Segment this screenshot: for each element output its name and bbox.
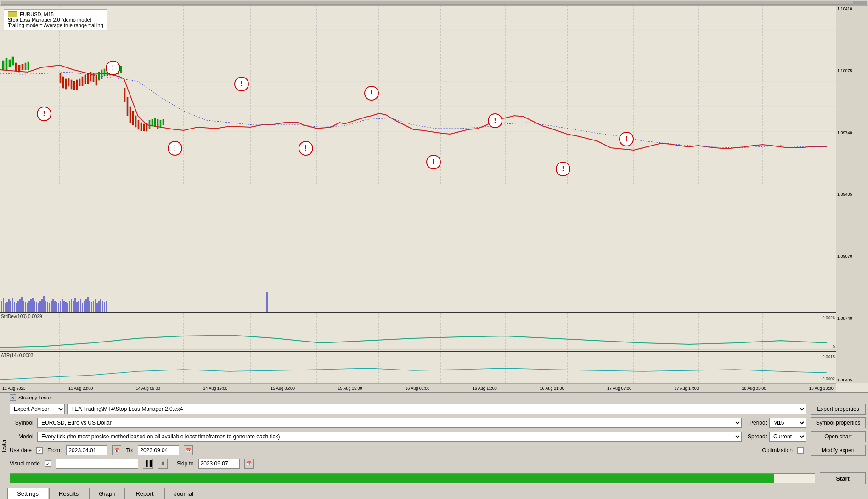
time-label-5: 15 Aug 15:00 bbox=[338, 386, 362, 391]
date-row: Use date ✓ From: 📅 To: 📅 Optimization Mo… bbox=[7, 443, 868, 457]
alert-circle-4: ! bbox=[234, 77, 249, 91]
model-label: Model: bbox=[10, 433, 35, 440]
chart-legend: EURUSD, M15 Stop Loss Manager 2.0 (demo … bbox=[4, 9, 107, 30]
svg-rect-90 bbox=[43, 296, 45, 312]
time-label-1: 11 Aug 23:00 bbox=[68, 386, 93, 391]
svg-rect-122 bbox=[102, 301, 103, 312]
expert-advisor-row: Expert Advisor FEA Trading\MT4\Stop Loss… bbox=[7, 402, 868, 416]
expert-file-select[interactable]: FEA Trading\MT4\Stop Loss Manager 2.0.ex… bbox=[67, 404, 806, 414]
svg-rect-111 bbox=[82, 303, 83, 312]
from-date-button[interactable]: 📅 bbox=[112, 445, 121, 455]
svg-rect-57 bbox=[141, 123, 142, 131]
spread-select[interactable]: Current bbox=[769, 432, 806, 442]
time-label-8: 16 Aug 21:00 bbox=[540, 386, 564, 391]
svg-rect-108 bbox=[76, 302, 78, 312]
svg-rect-89 bbox=[41, 299, 43, 312]
time-label-11: 18 Aug 03:00 bbox=[742, 386, 766, 391]
svg-rect-19 bbox=[2, 61, 4, 70]
tab-graph[interactable]: Graph bbox=[89, 488, 125, 499]
svg-rect-105 bbox=[71, 299, 72, 312]
visual-mode-row: Visual mode ✓ ▐▐ ⏸ Skip to 📅 bbox=[7, 457, 868, 470]
svg-rect-117 bbox=[93, 301, 94, 312]
visual-mode-checkbox[interactable]: ✓ bbox=[45, 460, 51, 467]
progress-bar-fill bbox=[10, 474, 774, 483]
from-input[interactable] bbox=[66, 445, 107, 455]
svg-rect-88 bbox=[39, 301, 41, 312]
svg-rect-121 bbox=[100, 299, 101, 312]
svg-rect-53 bbox=[130, 107, 131, 123]
time-label-7: 16 Aug 11:00 bbox=[473, 386, 497, 391]
main-chart-svg bbox=[0, 6, 836, 185]
svg-rect-73 bbox=[12, 298, 13, 312]
svg-rect-93 bbox=[49, 303, 50, 312]
progress-row: Start bbox=[7, 470, 868, 487]
expert-properties-button[interactable]: Expert properties bbox=[811, 404, 866, 415]
price-3: 1.09740 bbox=[837, 130, 867, 135]
svg-rect-64 bbox=[160, 120, 161, 127]
tab-settings[interactable]: Settings bbox=[7, 488, 48, 499]
svg-rect-124 bbox=[106, 301, 107, 312]
price-7: 1.08405 bbox=[837, 378, 867, 382]
svg-rect-69 bbox=[5, 303, 6, 312]
optimization-label: Optimization bbox=[762, 447, 793, 454]
alert-circle-1: ! bbox=[37, 107, 51, 121]
svg-rect-68 bbox=[3, 298, 4, 312]
svg-rect-21 bbox=[9, 60, 11, 67]
model-row: Model: Every tick (the most precise meth… bbox=[7, 430, 868, 443]
price-5: 1.09070 bbox=[837, 254, 867, 258]
start-button[interactable]: Start bbox=[820, 472, 866, 484]
stddev-area: StdDev(100) 0.0029 bbox=[0, 312, 836, 351]
svg-rect-23 bbox=[15, 63, 17, 71]
chart-scrollbar[interactable] bbox=[0, 0, 868, 6]
skip-to-date-button[interactable]: 📅 bbox=[244, 459, 254, 469]
price-1: 1.10410 bbox=[837, 6, 867, 11]
svg-rect-116 bbox=[91, 302, 92, 312]
svg-rect-66 bbox=[0, 289, 836, 312]
svg-rect-34 bbox=[76, 80, 78, 90]
svg-rect-107 bbox=[74, 298, 76, 312]
svg-rect-40 bbox=[93, 73, 94, 82]
period-select[interactable]: M15 bbox=[769, 418, 806, 428]
volume-area bbox=[0, 289, 836, 312]
visual-pause-indicator[interactable]: ▐▐ bbox=[143, 459, 153, 469]
svg-rect-61 bbox=[152, 119, 153, 126]
svg-rect-54 bbox=[132, 111, 134, 125]
modify-expert-button[interactable]: Modify expert bbox=[811, 445, 866, 456]
tab-report[interactable]: Report bbox=[126, 488, 163, 499]
use-date-checkbox[interactable]: ✓ bbox=[36, 447, 43, 454]
svg-rect-25 bbox=[22, 64, 23, 70]
symbol-select[interactable]: EURUSD, Euro vs US Dollar bbox=[37, 418, 742, 428]
open-chart-button[interactable]: Open chart bbox=[811, 431, 866, 442]
expert-type-select[interactable]: Expert Advisor bbox=[10, 404, 65, 414]
svg-rect-109 bbox=[78, 301, 79, 312]
svg-rect-24 bbox=[18, 65, 20, 72]
visual-progress-bar bbox=[56, 459, 138, 469]
stddev-label: StdDev(100) 0.0029 bbox=[1, 314, 42, 319]
close-button[interactable]: × bbox=[10, 394, 16, 401]
skip-to-input[interactable] bbox=[198, 459, 240, 469]
progress-bar-container bbox=[10, 473, 815, 483]
svg-rect-75 bbox=[16, 303, 17, 312]
tab-journal[interactable]: Journal bbox=[164, 488, 203, 499]
tab-results[interactable]: Results bbox=[49, 488, 88, 499]
expert-type-select-wrapper: Expert Advisor bbox=[10, 404, 65, 414]
symbol-row: Symbol: EURUSD, Euro vs US Dollar Period… bbox=[7, 416, 868, 430]
model-select[interactable]: Every tick (the most precise method base… bbox=[37, 432, 742, 442]
svg-rect-140 bbox=[0, 352, 836, 383]
to-date-button[interactable]: 📅 bbox=[184, 445, 193, 455]
svg-rect-20 bbox=[6, 58, 7, 70]
time-label-3: 14 Aug 19:00 bbox=[203, 386, 227, 391]
tabs-row: Settings Results Graph Report Journal bbox=[7, 487, 868, 499]
to-input[interactable] bbox=[138, 445, 179, 455]
svg-rect-94 bbox=[51, 301, 52, 312]
symbol-properties-button[interactable]: Symbol properties bbox=[811, 417, 866, 428]
visual-pause-button[interactable]: ⏸ bbox=[158, 459, 168, 469]
alert-circle-9: ! bbox=[556, 162, 570, 176]
svg-rect-77 bbox=[19, 299, 21, 312]
svg-rect-36 bbox=[82, 77, 83, 86]
optimization-checkbox[interactable] bbox=[797, 447, 804, 454]
legend-line1: EURUSD, M15 bbox=[20, 11, 54, 17]
time-label-12: 18 Aug 13:00 bbox=[809, 386, 834, 391]
svg-rect-37 bbox=[85, 75, 86, 84]
visual-mode-label: Visual mode bbox=[10, 460, 40, 467]
